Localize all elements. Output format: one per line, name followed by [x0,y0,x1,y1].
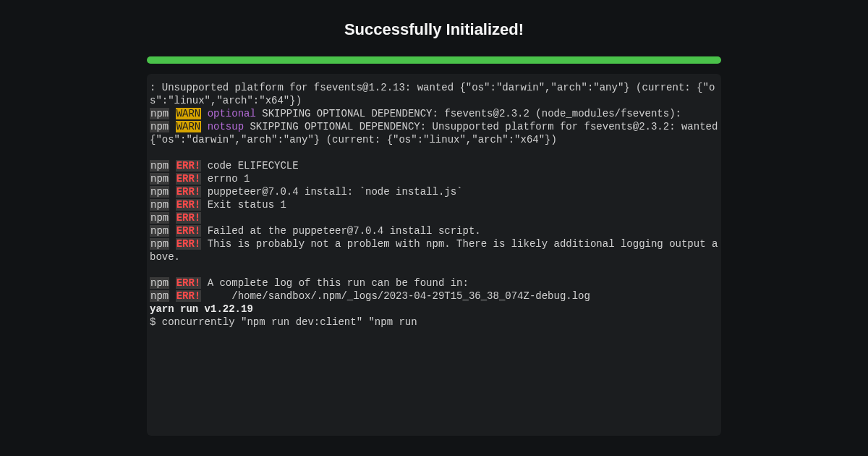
terminal-line: npm WARN notsup SKIPPING OPTIONAL DEPEND… [150,120,718,146]
terminal-line: npm ERR! code ELIFECYCLE [150,159,718,172]
page-title: Successfully Initialized! [344,20,524,39]
terminal-line [150,146,718,159]
terminal-line: $ concurrently "npm run dev:client" "npm… [150,316,718,329]
terminal-line: npm ERR! [150,211,718,224]
terminal-line: npm ERR! Failed at the puppeteer@7.0.4 i… [150,224,718,237]
terminal-line: npm WARN optional SKIPPING OPTIONAL DEPE… [150,107,718,120]
terminal-line: npm ERR! A complete log of this run can … [150,276,718,290]
terminal-line: yarn run v1.22.19 [150,303,718,316]
terminal-line: npm ERR! This is probably not a problem … [150,237,718,263]
terminal-line: npm ERR! /home/sandbox/.npm/_logs/2023-0… [150,290,718,303]
terminal-line: : Unsupported platform for fsevents@1.2.… [150,81,718,107]
terminal-line: npm ERR! puppeteer@7.0.4 install: `node … [150,185,718,198]
terminal-line: npm ERR! errno 1 [150,172,718,185]
terminal-line: npm ERR! Exit status 1 [150,198,718,211]
terminal-output[interactable]: : Unsupported platform for fsevents@1.2.… [147,74,721,436]
progress-bar [147,56,721,64]
terminal-line [150,263,718,276]
